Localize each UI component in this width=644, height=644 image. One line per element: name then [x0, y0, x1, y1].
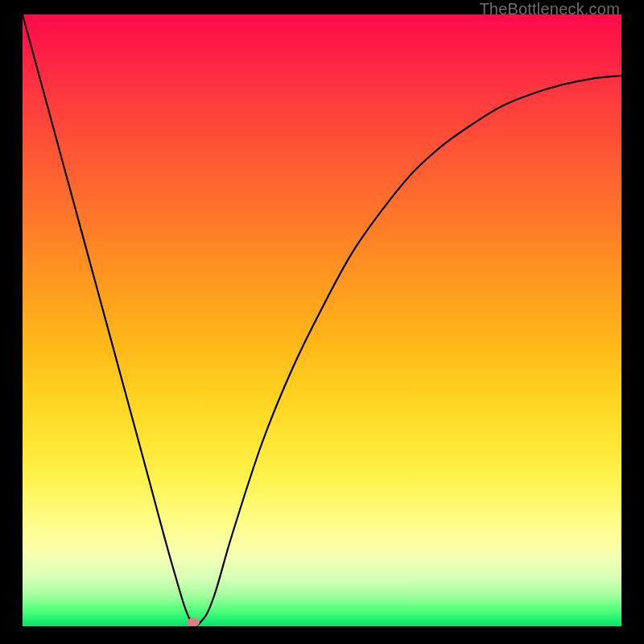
optimal-point-marker — [187, 618, 200, 626]
plot-area — [23, 14, 621, 626]
chart-frame: TheBottleneck.com — [0, 0, 644, 644]
bottleneck-curve — [23, 14, 621, 626]
watermark-text: TheBottleneck.com — [479, 0, 620, 19]
curve-path — [23, 14, 621, 625]
